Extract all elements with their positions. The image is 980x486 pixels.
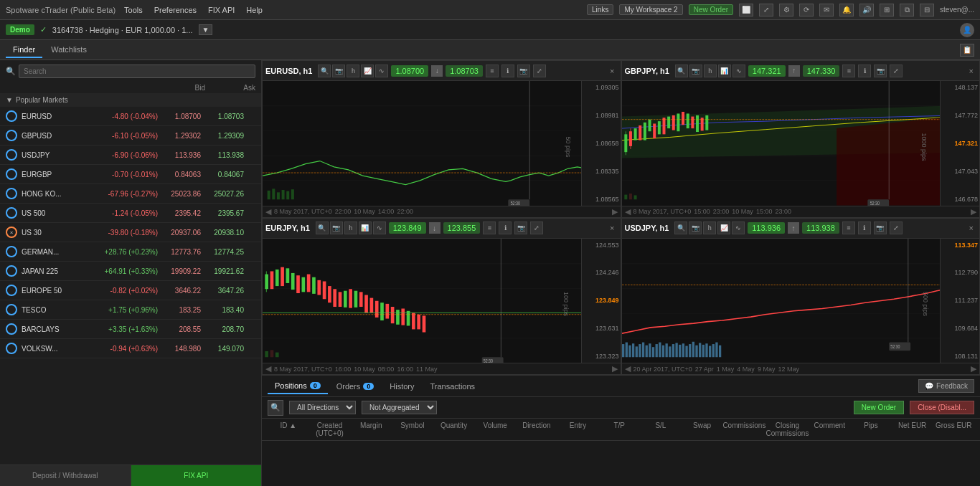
avatar-btn[interactable]: 👤 bbox=[960, 23, 974, 37]
chart-info-btn[interactable]: ℹ bbox=[501, 65, 514, 77]
chart-settings-btn-4[interactable]: ≡ bbox=[842, 221, 855, 234]
chart-screenshot3-btn[interactable]: 📷 bbox=[874, 65, 887, 77]
next-btn[interactable]: ▶ bbox=[612, 207, 618, 216]
next-btn-3[interactable]: ▶ bbox=[612, 364, 618, 373]
chart-type-btn-4[interactable]: 📈 bbox=[717, 221, 730, 234]
chart-gbpjpy-close[interactable]: × bbox=[966, 67, 976, 75]
chart-gbpjpy-body[interactable]: 147.321 52:30 1000 pips 148.137 147.772 … bbox=[622, 81, 980, 206]
next-btn-2[interactable]: ▶ bbox=[971, 207, 976, 216]
chart-eurjpy-close[interactable]: × bbox=[607, 224, 617, 232]
chart-info-btn-2[interactable]: ℹ bbox=[858, 65, 871, 77]
prev-btn-4[interactable]: ◀ bbox=[625, 364, 631, 373]
bell-icon-btn[interactable]: 🔔 bbox=[839, 4, 854, 16]
fullscreen-icon-btn[interactable]: ⤢ bbox=[759, 4, 773, 16]
nav-finder[interactable]: Finder bbox=[6, 42, 42, 58]
market-row-german...[interactable]: GERMAN... +28.76 (+0.23%) 12773.76 12774… bbox=[0, 242, 261, 262]
menu-preferences[interactable]: Preferences bbox=[154, 6, 197, 14]
chart-expand-btn[interactable]: ⤢ bbox=[533, 65, 546, 77]
chart-settings-btn-3[interactable]: ≡ bbox=[483, 221, 496, 234]
chart-info-btn-3[interactable]: ℹ bbox=[499, 221, 512, 234]
links-btn[interactable]: Links bbox=[587, 4, 613, 15]
chart-icon-btn[interactable]: ⬜ bbox=[739, 4, 753, 16]
workspace-btn[interactable]: My Workspace 2 bbox=[619, 4, 682, 15]
feedback-btn[interactable]: 💬 Feedback bbox=[918, 379, 974, 393]
prev-btn-2[interactable]: ◀ bbox=[625, 207, 631, 216]
timeframe-btn-4[interactable]: h bbox=[703, 221, 716, 234]
chart-expand-btn-2[interactable]: ⤢ bbox=[890, 65, 903, 77]
market-row-us 30[interactable]: × US 30 -39.80 (-0.18%) 20937.06 20938.1… bbox=[0, 223, 261, 242]
chart-type-btn-2[interactable]: 📊 bbox=[718, 65, 731, 77]
tab-history[interactable]: History bbox=[382, 379, 421, 394]
market-row-us 500[interactable]: US 500 -1.24 (-0.05%) 2395.42 2395.67 bbox=[0, 204, 261, 223]
zoom-btn-4[interactable]: 🔍 bbox=[674, 221, 687, 234]
next-btn-4[interactable]: ▶ bbox=[971, 364, 976, 373]
chart-usdjpy-close[interactable]: × bbox=[966, 224, 976, 232]
screenshot-btn-3[interactable]: 📷 bbox=[330, 221, 343, 234]
tab-positions[interactable]: Positions 0 bbox=[268, 378, 328, 394]
new-order-top-btn[interactable]: New Order bbox=[689, 4, 733, 15]
chart-screenshot4-btn[interactable]: 📷 bbox=[514, 221, 527, 234]
indicators-btn-3[interactable]: ∿ bbox=[373, 221, 386, 234]
prev-btn[interactable]: ◀ bbox=[265, 207, 271, 216]
search-small-btn[interactable]: 🔍 bbox=[268, 400, 283, 416]
chart-expand-btn-4[interactable]: ⤢ bbox=[890, 221, 903, 234]
screenshot-btn-2[interactable]: 📷 bbox=[689, 65, 702, 77]
indicators-btn-2[interactable]: ∿ bbox=[732, 65, 745, 77]
tile-icon-btn[interactable]: ⊟ bbox=[920, 4, 934, 16]
grid-icon-btn[interactable]: ⊞ bbox=[880, 4, 894, 16]
chart-eurusd-close[interactable]: × bbox=[607, 67, 617, 75]
nav-watchlists[interactable]: Watchlists bbox=[44, 42, 94, 58]
zoom-btn-2[interactable]: 🔍 bbox=[675, 65, 688, 77]
tab-orders[interactable]: Orders 0 bbox=[329, 379, 382, 394]
zoom-btn[interactable]: 🔍 bbox=[318, 65, 331, 77]
direction-select[interactable]: All Directions bbox=[289, 401, 356, 414]
indicators-btn[interactable]: ∿ bbox=[375, 65, 388, 77]
market-row-hong ko...[interactable]: HONG KO... -67.96 (-0.27%) 25023.86 2502… bbox=[0, 184, 261, 204]
market-row-volksw...[interactable]: VOLKSW... -0.94 (+0.63%) 148.980 149.070 bbox=[0, 339, 261, 358]
account-dropdown[interactable]: ▼ bbox=[199, 24, 213, 35]
fix-api-btn[interactable]: FIX API bbox=[131, 465, 262, 486]
market-row-eurgbp[interactable]: EURGBP -0.70 (-0.01%) 0.84063 0.84067 bbox=[0, 165, 261, 184]
market-row-eurusd[interactable]: EURUSD -4.80 (-0.04%) 1.08700 1.08703 bbox=[0, 107, 261, 126]
prev-btn-3[interactable]: ◀ bbox=[265, 364, 271, 373]
menu-fix-api[interactable]: FIX API bbox=[208, 6, 235, 14]
layout-icon-btn[interactable]: ⧉ bbox=[900, 4, 914, 16]
market-row-tesco[interactable]: TESCO +1.75 (+0.96%) 183.25 183.40 bbox=[0, 300, 261, 320]
connect-icon-btn[interactable]: ⟳ bbox=[799, 4, 814, 16]
market-row-barclays[interactable]: BARCLAYS +3.35 (+1.63%) 208.55 208.70 bbox=[0, 320, 261, 339]
close-disable-btn[interactable]: Close (Disabl... bbox=[910, 401, 974, 414]
menu-tools[interactable]: Tools bbox=[124, 6, 143, 14]
settings-icon-btn[interactable]: ⚙ bbox=[779, 4, 793, 16]
chart-eurusd-body[interactable]: 1.08700 52:30 50 pips 1.09305 1.08981 1.… bbox=[263, 81, 621, 206]
chart-settings-btn[interactable]: ≡ bbox=[486, 65, 499, 77]
chart-usdjpy-body[interactable]: 113.936 52:30 500 pips 113.347 112.790 1… bbox=[622, 239, 980, 363]
email-icon-btn[interactable]: ✉ bbox=[819, 4, 834, 16]
timeframe-btn-2[interactable]: h bbox=[704, 65, 717, 77]
search-input[interactable] bbox=[19, 65, 255, 78]
menu-help[interactable]: Help bbox=[246, 6, 263, 14]
chart-type-btn-3[interactable]: 📊 bbox=[359, 221, 372, 234]
indicators-btn-4[interactable]: ∿ bbox=[732, 221, 745, 234]
screenshot-btn[interactable]: 📷 bbox=[332, 65, 345, 77]
timeframe-btn-3[interactable]: h bbox=[344, 221, 357, 234]
chart-screenshot2-btn[interactable]: 📷 bbox=[517, 65, 530, 77]
market-row-usdjpy[interactable]: USDJPY -6.90 (-0.06%) 113.936 113.938 bbox=[0, 146, 261, 165]
market-row-europe 50[interactable]: EUROPE 50 -0.82 (+0.02%) 3646.22 3647.26 bbox=[0, 281, 261, 300]
chart-expand-btn-3[interactable]: ⤢ bbox=[530, 221, 543, 234]
speaker-icon-btn[interactable]: 🔊 bbox=[859, 4, 874, 16]
market-row-gbpusd[interactable]: GBPUSD -6.10 (-0.05%) 1.29302 1.29309 bbox=[0, 126, 261, 146]
screenshot-btn-4[interactable]: 📷 bbox=[689, 221, 702, 234]
chart-info-btn-4[interactable]: ℹ bbox=[858, 221, 871, 234]
zoom-btn-3[interactable]: 🔍 bbox=[316, 221, 329, 234]
timeframe-btn[interactable]: h bbox=[347, 65, 359, 77]
bottom-new-order-btn[interactable]: New Order bbox=[854, 401, 904, 414]
chart-eurjpy-body[interactable]: 123.849 52:30 100 pips 124.553 124.246 1… bbox=[263, 239, 621, 363]
nav-notes-icon[interactable]: 📋 bbox=[960, 44, 974, 57]
deposit-btn[interactable]: Deposit / Withdrawal bbox=[0, 465, 131, 486]
chart-settings-btn-2[interactable]: ≡ bbox=[842, 65, 855, 77]
chart-type-btn[interactable]: 📈 bbox=[361, 65, 374, 77]
chart-screenshot5-btn[interactable]: 📷 bbox=[874, 221, 887, 234]
tab-transactions[interactable]: Transactions bbox=[423, 379, 483, 394]
market-row-japan 225[interactable]: JAPAN 225 +64.91 (+0.33%) 19909.22 19921… bbox=[0, 262, 261, 281]
market-group-header[interactable]: ▼ Popular Markets bbox=[0, 93, 261, 107]
